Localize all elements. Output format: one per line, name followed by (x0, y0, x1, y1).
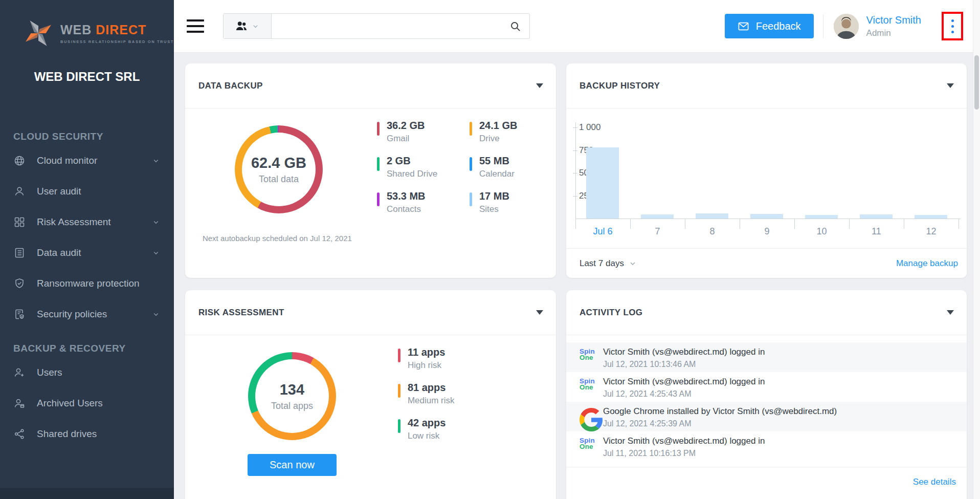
chevron-down-icon (151, 248, 161, 257)
topbar-divider (823, 14, 823, 38)
sidebar-item-cloud-monitor[interactable]: Cloud monitor (0, 145, 174, 176)
legend-value: 81 apps (408, 382, 455, 394)
sidebar-item-label: Data audit (37, 247, 81, 258)
search-input[interactable] (272, 14, 502, 38)
x-axis-tick (959, 219, 959, 229)
legend-value: 11 apps (408, 346, 445, 358)
search-group (223, 13, 530, 39)
card-title: ACTIVITY LOG (580, 308, 643, 318)
backup-history-footer: Last 7 days Manage backup (566, 248, 967, 278)
legend-color-bar (470, 122, 472, 136)
legend-label: Calendar (479, 169, 515, 179)
sidebar-item-label: Archived Users (37, 398, 103, 409)
org-name: WEB DIRECT SRL (0, 70, 174, 84)
scrollbar-thumb[interactable] (974, 55, 979, 110)
legend-value: 55 MB (479, 155, 515, 167)
backup-history-header[interactable]: BACKUP HISTORY (566, 63, 967, 109)
logo-tagline: BUSINESS RELATIONSHIP BASED ON TRUST (60, 39, 174, 44)
bar-10 (805, 215, 838, 219)
sidebar: WEB DIRECT BUSINESS RELATIONSHIP BASED O… (0, 0, 174, 499)
data-backup-legend-col1: 36.2 GBGmail2 GBShared Drive53.3 MBConta… (377, 120, 437, 226)
user-menu[interactable]: Victor Smith Admin (866, 14, 921, 38)
backup-history-bar-chart: 1 000750500250Jul 6789101112 (566, 109, 967, 248)
activity-log-footer: See details (566, 467, 967, 496)
nav-section-title: BACKUP & RECOVERY (0, 343, 174, 354)
log-event-text: Victor Smith (vs@webdirect.md) logged in (603, 377, 765, 387)
users-icon (235, 19, 248, 33)
nav-section-title: CLOUD SECURITY (0, 131, 174, 142)
x-axis-label: 7 (630, 226, 685, 237)
legend-color-bar (377, 157, 380, 171)
total-apps-label: Total apps (271, 401, 313, 411)
chevron-down-icon (151, 156, 161, 165)
chevron-down-icon (151, 310, 161, 319)
y-axis-label: 1 000 (579, 122, 601, 133)
sidebar-item-archived-users[interactable]: Archived Users (0, 388, 174, 419)
sidebar-item-shared-drives[interactable]: Shared drives (0, 419, 174, 449)
search-scope-dropdown[interactable] (224, 14, 272, 38)
feedback-button[interactable]: Feedback (725, 14, 814, 38)
search-button[interactable] (502, 14, 529, 38)
scan-now-button[interactable]: Scan now (248, 454, 337, 476)
collapse-chevron-icon (947, 310, 954, 315)
legend-item: 24.1 GBDrive (470, 120, 517, 144)
sidebar-item-users[interactable]: Users (0, 357, 174, 388)
risk-assessment-body: 134 Total apps 11 appsHigh risk81 appsMe… (185, 335, 556, 499)
legend-item: 42 appsLow risk (398, 417, 455, 441)
legend-label: Medium risk (408, 396, 455, 406)
activity-log-row: SpinOneVictor Smith (vs@webdirect.md) lo… (566, 342, 967, 372)
google-icon (580, 408, 603, 431)
chevron-down-icon (151, 218, 161, 227)
data-backup-header[interactable]: DATA BACKUP (185, 63, 556, 109)
legend-color-bar (398, 384, 400, 398)
policy-icon (13, 308, 26, 320)
webdirect-logo: WEB DIRECT BUSINESS RELATIONSHIP BASED O… (0, 0, 174, 49)
bar-jul-6 (586, 147, 619, 219)
sidebar-item-data-audit[interactable]: Data audit (0, 237, 174, 268)
sidebar-item-risk-assessment[interactable]: Risk Assessment (0, 207, 174, 237)
user-plus-icon (13, 366, 26, 379)
date-range-dropdown[interactable]: Last 7 days (580, 258, 637, 269)
card-backup-history: BACKUP HISTORY 1 000750500250Jul 6789101… (566, 63, 967, 278)
y-axis-tick (573, 196, 577, 197)
manage-backup-link[interactable]: Manage backup (896, 258, 958, 269)
x-axis-label: 10 (794, 226, 849, 237)
sidebar-item-security-policies[interactable]: Security policies (0, 299, 174, 330)
card-activity-log: ACTIVITY LOG SpinOneVictor Smith (vs@web… (566, 290, 967, 499)
x-axis-label: 9 (740, 226, 794, 237)
share-icon (13, 428, 26, 440)
kebab-menu-highlight-box[interactable] (942, 12, 963, 40)
search-icon (509, 20, 521, 32)
activity-log-header[interactable]: ACTIVITY LOG (566, 290, 967, 335)
x-axis-label: 11 (849, 226, 904, 237)
card-title: BACKUP HISTORY (580, 81, 660, 91)
see-details-link[interactable]: See details (913, 477, 956, 487)
logo-wordmark: WEB DIRECT (60, 23, 174, 37)
bar-9 (750, 214, 783, 219)
collapse-chevron-icon (947, 83, 954, 88)
sidebar-item-label: User audit (37, 186, 81, 197)
sidebar-bottom-strip (0, 488, 174, 499)
legend-value: 36.2 GB (387, 120, 425, 132)
hamburger-menu-icon[interactable] (187, 19, 204, 33)
legend-label: Gmail (387, 134, 425, 144)
legend-label: Drive (479, 134, 517, 144)
legend-color-bar (470, 157, 472, 171)
avatar[interactable] (834, 14, 859, 39)
legend-color-bar (398, 419, 400, 433)
risk-legend: 11 appsHigh risk81 appsMedium risk42 app… (398, 346, 455, 452)
risk-assessment-header[interactable]: RISK ASSESSMENT (185, 290, 556, 335)
log-event-time: Jul 12, 2021 10:13:46 AM (603, 360, 765, 369)
sidebar-item-user-audit[interactable]: User audit (0, 176, 174, 207)
legend-value: 2 GB (387, 155, 437, 167)
log-event-time: Jul 12, 2021 4:25:43 AM (603, 389, 765, 399)
legend-item: 55 MBCalendar (470, 155, 517, 179)
envelope-icon (738, 20, 749, 32)
x-axis-label: 8 (685, 226, 740, 237)
legend-label: Sites (479, 204, 509, 214)
dashboard-grid: DATA BACKUP 62.4 GB Total data 36.2 GBGm… (174, 53, 980, 499)
sidebar-item-label: Security policies (37, 309, 107, 320)
sidebar-item-ransomware-protection[interactable]: Ransomware protection (0, 268, 174, 299)
legend-item: 36.2 GBGmail (377, 120, 437, 144)
legend-item: 11 appsHigh risk (398, 346, 455, 371)
